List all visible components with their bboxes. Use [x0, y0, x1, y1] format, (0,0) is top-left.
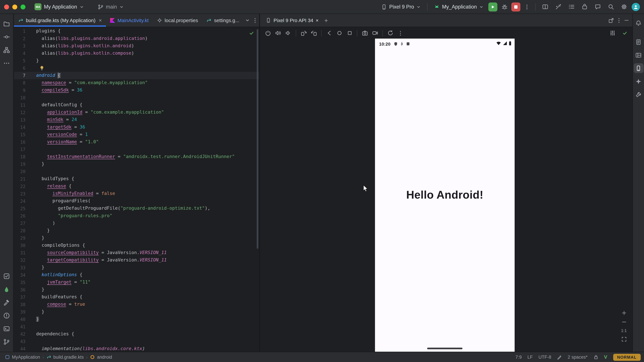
quickfix-bulb-icon[interactable]	[40, 66, 44, 70]
home-button[interactable]	[335, 29, 344, 37]
structure-icon[interactable]	[2, 45, 12, 55]
back-button[interactable]	[324, 29, 334, 37]
code-line-18[interactable]: 18 testInstrumentationRunner = "androidx…	[14, 153, 259, 160]
branch-widget[interactable]: main	[95, 3, 126, 11]
code-line-27[interactable]: 27 )	[14, 220, 259, 227]
settings-button[interactable]	[618, 2, 629, 12]
code-line-34[interactable]: 34 kotlinOptions {	[14, 271, 259, 279]
lock-icon[interactable]	[593, 355, 598, 360]
code-line-25[interactable]: 25 getDefaultProguardFile("proguard-andr…	[14, 205, 259, 212]
inspections-ok-icon[interactable]	[249, 30, 254, 36]
breadcrumb-module[interactable]: MyApplication	[5, 355, 40, 360]
feedback-button[interactable]	[592, 2, 603, 12]
layout-inspector-icon[interactable]	[634, 50, 644, 60]
screen-record-button[interactable]	[370, 29, 380, 37]
gesture-handle[interactable]	[427, 348, 462, 349]
code-line-19[interactable]: 19 }	[14, 161, 259, 168]
code-line-5[interactable]: 5}	[14, 57, 259, 64]
code-line-44[interactable]: 44 implementation(libs.androidx.core.ktx…	[14, 345, 259, 352]
tab-pixel-9-pro-api-34[interactable]: Pixel 9 Pro API 34 ×	[263, 14, 321, 27]
assistant-icon[interactable]	[634, 89, 644, 99]
popout-window-icon[interactable]	[608, 17, 614, 23]
code-line-2[interactable]: 2 alias(libs.plugins.android.application…	[14, 35, 259, 42]
gemini-icon[interactable]	[634, 76, 644, 86]
line-ending[interactable]: LF	[528, 355, 533, 360]
code-line-7[interactable]: 7android {	[14, 72, 259, 79]
close-tab-icon[interactable]: ×	[99, 17, 102, 23]
code-line-1[interactable]: 1plugins {	[14, 27, 259, 35]
task-list-button[interactable]	[566, 2, 577, 12]
more-run-actions[interactable]	[523, 2, 531, 11]
ideavim-icon[interactable]: V	[604, 354, 607, 360]
resource-manager-icon[interactable]	[2, 284, 12, 294]
run-button[interactable]	[488, 2, 498, 11]
zoom-to-fit-icon[interactable]	[621, 337, 626, 342]
code-line-16[interactable]: 16 versionName = "1.0"	[14, 138, 259, 146]
code-line-9[interactable]: 9 compileSdk = 36	[14, 87, 259, 94]
code-line-37[interactable]: 37 buildFeatures {	[14, 294, 259, 301]
tab-options-menu[interactable]	[251, 14, 259, 27]
close-tab-icon[interactable]: ×	[316, 17, 319, 23]
more-vert-icon[interactable]	[618, 17, 620, 23]
tab-settings-gradle[interactable]: settings.g...	[202, 14, 243, 27]
volume-down-button[interactable]	[284, 29, 293, 37]
minimize-button[interactable]	[12, 4, 17, 9]
code-line-3[interactable]: 3 alias(libs.plugins.kotlin.android)	[14, 42, 259, 50]
documentation-icon[interactable]	[634, 37, 644, 47]
code-line-11[interactable]: 11 defaultConfig {	[14, 101, 259, 109]
zoom-out-icon[interactable]	[621, 319, 626, 325]
code-editor[interactable]: 1plugins {2 alias(libs.plugins.android.a…	[14, 27, 259, 352]
code-line-28[interactable]: 28 }	[14, 227, 259, 234]
build-icon[interactable]	[2, 298, 12, 308]
power-button[interactable]	[263, 29, 272, 37]
code-line-32[interactable]: 32 targetCompatibility = JavaVersion.VER…	[14, 257, 259, 264]
code-line-43[interactable]: 43	[14, 338, 259, 345]
code-line-23[interactable]: 23 isMinifyEnabled = false	[14, 190, 259, 197]
code-line-24[interactable]: 24 proguardFiles(	[14, 197, 259, 205]
device-selector[interactable]: Pixel 9 Pro	[378, 3, 423, 11]
screenshot-button[interactable]	[360, 29, 369, 37]
plugins-button[interactable]	[579, 2, 590, 12]
zoom-in-icon[interactable]	[621, 310, 626, 316]
code-line-31[interactable]: 31 sourceCompatibility = JavaVersion.VER…	[14, 249, 259, 257]
terminal-icon[interactable]	[2, 324, 12, 334]
device-screen-mirror[interactable]: 10:20 Hello Android!	[375, 38, 515, 352]
code-line-12[interactable]: 12 applicationId = "com.example.myapplic…	[14, 109, 259, 116]
volume-up-button[interactable]	[274, 29, 282, 37]
indent-info[interactable]: 2 spaces*	[568, 355, 588, 360]
user-avatar[interactable]	[632, 3, 640, 11]
project-widget[interactable]: MA My Application	[32, 2, 86, 11]
pencil-icon[interactable]	[557, 355, 562, 360]
hide-panel-icon[interactable]	[624, 17, 629, 23]
code-line-39[interactable]: 39 }	[14, 308, 259, 316]
project-folder-icon[interactable]	[2, 19, 12, 29]
debug-button[interactable]	[500, 2, 509, 11]
code-line-42[interactable]: 42dependencies {	[14, 330, 259, 338]
code-line-15[interactable]: 15 versionCode = 1	[14, 131, 259, 138]
tab-mainactivity-kt[interactable]: MainActivity.kt	[106, 14, 153, 27]
tab-local-properties[interactable]: local.properties	[153, 14, 202, 27]
breadcrumb-block[interactable]: android	[90, 355, 112, 360]
ai-assistant-button[interactable]	[553, 2, 564, 12]
code-line-33[interactable]: 33 }	[14, 264, 259, 271]
running-devices-icon[interactable]	[634, 63, 644, 73]
close-button[interactable]	[4, 4, 9, 9]
todo-icon[interactable]	[2, 271, 12, 281]
breadcrumb-file[interactable]: build.gradle.kts	[46, 355, 84, 360]
zoom-reset-label[interactable]: 1:1	[621, 328, 627, 333]
commit-icon[interactable]	[2, 32, 12, 42]
notifications-icon[interactable]	[634, 18, 644, 28]
code-line-30[interactable]: 30 compileOptions {	[14, 242, 259, 249]
problems-icon[interactable]	[2, 311, 12, 321]
recents-button[interactable]	[345, 29, 354, 37]
rotate-right-button[interactable]	[309, 29, 318, 37]
device-more-button[interactable]	[396, 29, 405, 37]
restart-device-button[interactable]	[386, 29, 395, 37]
code-line-36[interactable]: 36 }	[14, 286, 259, 294]
stop-button[interactable]	[511, 2, 520, 11]
add-device-tab-button[interactable]: +	[321, 17, 331, 24]
search-everywhere-button[interactable]	[606, 2, 616, 12]
code-line-4[interactable]: 4 alias(libs.plugins.kotlin.compose)	[14, 50, 259, 57]
zoom-button[interactable]	[20, 4, 25, 9]
code-line-8[interactable]: 8 namespace = "com.example.myapplication…	[14, 79, 259, 87]
